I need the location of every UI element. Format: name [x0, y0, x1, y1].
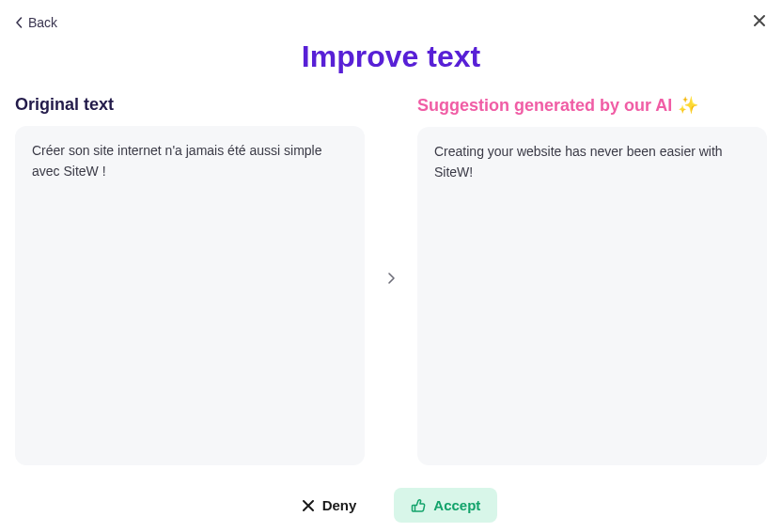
action-footer: Deny Accept: [15, 488, 767, 523]
original-heading: Original text: [15, 95, 365, 115]
accept-button[interactable]: Accept: [394, 488, 497, 523]
chevron-left-icon: [15, 17, 23, 28]
suggestion-heading-text: Suggestion generated by our AI: [417, 96, 672, 116]
original-text: Créer son site internet n'a jamais été a…: [32, 143, 321, 179]
thumbs-up-icon: [411, 498, 426, 513]
original-text-panel: Créer son site internet n'a jamais été a…: [15, 126, 365, 465]
dialog-root: Back Improve text Original text Créer so…: [0, 0, 782, 532]
chevron-right-icon: [386, 272, 396, 289]
page-title: Improve text: [15, 39, 767, 74]
suggestion-text: Creating your website has never been eas…: [434, 144, 723, 180]
close-icon: [752, 15, 767, 31]
suggestion-heading: Suggestion generated by our AI ✨: [417, 95, 767, 116]
back-label: Back: [28, 15, 57, 30]
back-button[interactable]: Back: [15, 15, 57, 30]
original-column: Original text Créer son site internet n'…: [15, 95, 365, 465]
suggestion-text-panel: Creating your website has never been eas…: [417, 127, 767, 465]
arrow-divider: [378, 95, 404, 465]
top-bar: Back: [15, 11, 767, 34]
sparkle-icon: ✨: [678, 95, 698, 116]
accept-label: Accept: [433, 497, 480, 513]
deny-button[interactable]: Deny: [285, 488, 374, 523]
deny-label: Deny: [322, 497, 357, 513]
suggestion-column: Suggestion generated by our AI ✨ Creatin…: [417, 95, 767, 465]
close-button[interactable]: [752, 13, 767, 32]
comparison-columns: Original text Créer son site internet n'…: [15, 95, 767, 465]
x-icon: [302, 499, 315, 512]
